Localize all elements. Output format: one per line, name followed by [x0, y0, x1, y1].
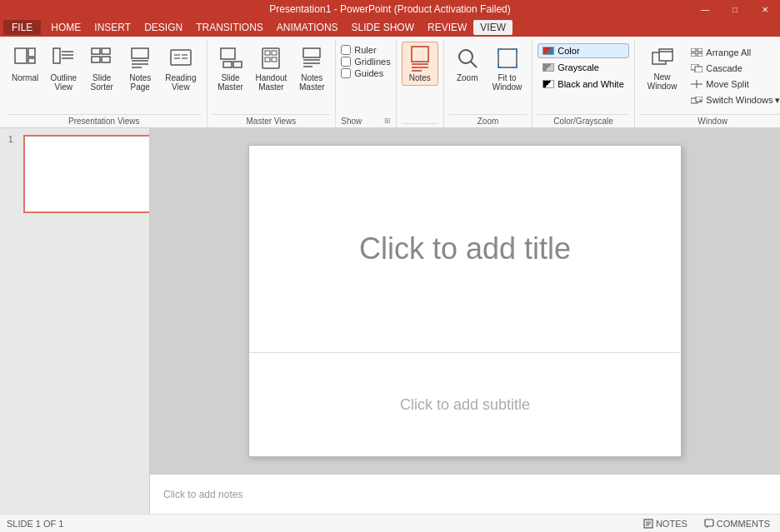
gridlines-label: Gridlines	[354, 57, 390, 67]
color-button[interactable]: Color	[538, 43, 628, 58]
notes-page-label: NotesPage	[129, 73, 151, 92]
arrange-all-button[interactable]: Arrange All	[686, 45, 780, 60]
menu-item-design[interactable]: DESIGN	[138, 20, 189, 35]
menu-item-animations[interactable]: ANIMATIONS	[270, 20, 345, 35]
arrange-all-label: Arrange All	[706, 47, 751, 57]
grayscale-button[interactable]: Grayscale	[538, 60, 628, 75]
app-title: Presentation1 - PowerPoint (Product Acti…	[269, 3, 510, 15]
menu-item-slideshow[interactable]: SLIDE SHOW	[345, 20, 421, 35]
guides-label: Guides	[354, 68, 383, 78]
zoom-group-label: Zoom	[449, 114, 528, 127]
normal-view-icon	[12, 45, 38, 72]
ribbon-group-zoom: Zoom Fit toWindow Zoom	[444, 40, 533, 127]
bw-swatch	[542, 80, 554, 88]
ribbon-group-window: NewWindow Arrange All Cascade Move Split	[635, 40, 780, 127]
notes-page-icon	[127, 45, 153, 72]
slide-master-label: SlideMaster	[218, 73, 243, 92]
slide-subtitle-area[interactable]: Click to add subtitle	[249, 353, 681, 456]
notes-group-label	[402, 123, 438, 127]
reading-view-button[interactable]: ReadingView	[160, 42, 201, 95]
show-expand-icon[interactable]: ⊞	[384, 117, 391, 125]
notes-master-label: NotesMaster	[299, 73, 325, 92]
menu-item-transitions[interactable]: TRANSITIONS	[189, 20, 270, 35]
slide-canvas-container: Click to add title Click to add subtitle	[150, 128, 780, 474]
svg-rect-43	[698, 48, 702, 52]
svg-rect-32	[412, 47, 428, 62]
notes-status-button[interactable]: NOTES	[640, 517, 691, 530]
slide-thumbnail[interactable]	[23, 135, 150, 213]
show-label: Show	[341, 115, 362, 127]
guides-check[interactable]	[341, 68, 351, 78]
notes-status-label: NOTES	[656, 519, 688, 529]
outline-view-button[interactable]: OutlineView	[45, 42, 82, 95]
svg-line-37	[471, 62, 477, 67]
fit-to-window-button[interactable]: Fit toWindow	[488, 42, 528, 95]
slide-thumb-inner	[25, 137, 150, 211]
ribbon: Normal OutlineView	[0, 37, 780, 128]
notes-page-button[interactable]: NotesPage	[122, 42, 158, 95]
notes-placeholder: Click to add notes	[163, 489, 242, 500]
comments-status-button[interactable]: COMMENTS	[701, 517, 773, 530]
gridlines-check[interactable]	[341, 57, 351, 67]
svg-rect-0	[15, 48, 27, 63]
minimize-button[interactable]: —	[690, 0, 720, 18]
notes-master-button[interactable]: NotesMaster	[293, 42, 330, 95]
svg-rect-65	[705, 520, 713, 526]
guides-checkbox[interactable]: Guides	[341, 68, 390, 78]
ruler-checkbox[interactable]: Ruler	[341, 45, 390, 55]
svg-rect-10	[102, 57, 110, 62]
new-window-label: NewWindow	[648, 72, 678, 91]
move-split-label: Move Split	[706, 79, 748, 89]
slide-master-button[interactable]: SlideMaster	[212, 42, 249, 95]
switch-windows-button[interactable]: Switch Windows ▾	[686, 92, 780, 108]
gridlines-checkbox[interactable]: Gridlines	[341, 57, 390, 67]
slide-title-area[interactable]: Click to add title	[249, 146, 681, 353]
notes-button[interactable]: Notes	[402, 42, 438, 86]
svg-rect-26	[265, 57, 270, 62]
svg-rect-42	[691, 48, 696, 52]
menu-item-review[interactable]: REVIEW	[421, 20, 473, 35]
notes-area[interactable]: Click to add notes	[150, 474, 780, 514]
handout-master-icon	[258, 45, 284, 72]
zoom-icon	[454, 45, 481, 72]
outline-view-label: OutlineView	[50, 73, 77, 92]
maximize-button[interactable]: □	[720, 0, 750, 18]
menu-item-home[interactable]: HOME	[44, 20, 88, 35]
svg-rect-8	[102, 48, 110, 54]
slide-sorter-button[interactable]: SlideSorter	[83, 42, 120, 95]
new-window-button[interactable]: NewWindow	[640, 42, 685, 95]
normal-view-label: Normal	[12, 73, 38, 82]
zoom-label: Zoom	[457, 73, 478, 82]
svg-rect-38	[498, 49, 517, 67]
svg-rect-9	[92, 57, 100, 62]
handout-master-button[interactable]: HandoutMaster	[251, 42, 292, 95]
master-views-label: Master Views	[212, 114, 331, 127]
show-checkboxes: Ruler Gridlines Guides	[341, 42, 390, 78]
menu-item-view[interactable]: VIEW	[473, 20, 512, 35]
menu-bar: FILE HOME INSERT DESIGN TRANSITIONS ANIM…	[0, 18, 780, 37]
color-swatch	[542, 47, 554, 55]
zoom-button[interactable]: Zoom	[449, 42, 486, 86]
switch-windows-label: Switch Windows ▾	[706, 95, 780, 106]
slide-canvas[interactable]: Click to add title Click to add subtitle	[248, 145, 682, 457]
status-bar: SLIDE 1 OF 1 NOTES COMMENTS	[0, 514, 780, 532]
comments-status-icon	[704, 519, 714, 529]
ribbon-group-color-grayscale: Color Grayscale Black and White Color/Gr…	[532, 40, 634, 127]
slide-master-icon	[218, 45, 244, 72]
presentation-views-label: Presentation Views	[7, 114, 202, 127]
grayscale-swatch	[542, 63, 554, 72]
handout-master-label: HandoutMaster	[256, 73, 288, 92]
grayscale-label: Grayscale	[558, 62, 599, 72]
black-white-button[interactable]: Black and White	[538, 77, 628, 92]
move-split-button[interactable]: Move Split	[686, 77, 780, 92]
ruler-check[interactable]	[341, 45, 351, 55]
cascade-button[interactable]: Cascade	[686, 61, 780, 76]
svg-rect-22	[233, 62, 242, 67]
reading-view-icon	[168, 45, 194, 72]
status-right: NOTES COMMENTS	[640, 517, 773, 530]
new-window-icon	[649, 46, 676, 72]
menu-item-file[interactable]: FILE	[3, 20, 41, 35]
close-button[interactable]: ✕	[750, 0, 780, 18]
normal-view-button[interactable]: Normal	[7, 42, 43, 86]
menu-item-insert[interactable]: INSERT	[88, 20, 138, 35]
